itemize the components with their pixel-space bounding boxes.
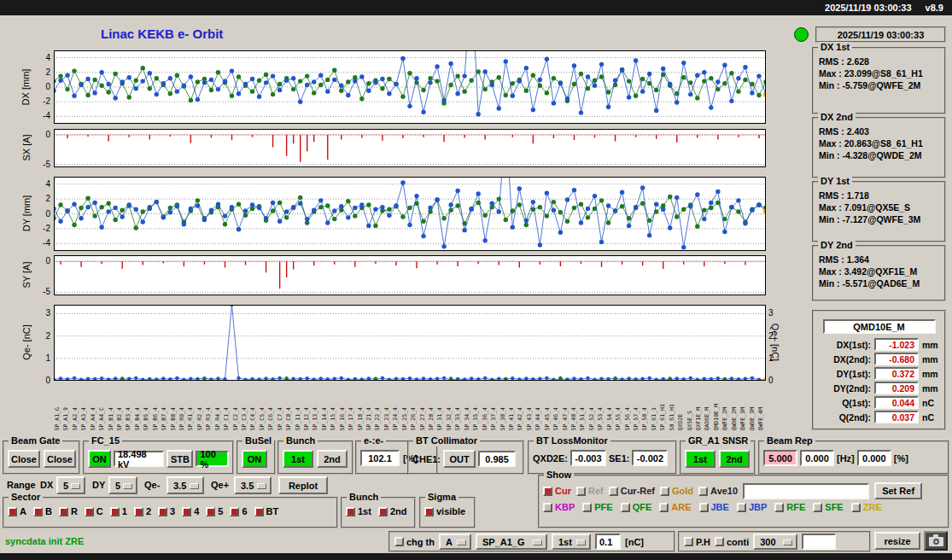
checkbox-4[interactable]: 4	[182, 506, 199, 516]
busel-on-button[interactable]: ON	[242, 450, 267, 468]
checkbox-box[interactable]	[660, 487, 669, 496]
checkbox-ave10[interactable]: Ave10	[698, 486, 738, 496]
resize-button[interactable]: resize	[874, 532, 920, 550]
checkbox-sfe[interactable]: SFE	[813, 502, 843, 512]
checkbox-box[interactable]	[543, 487, 552, 496]
y-tick-label: 2	[34, 331, 50, 341]
dx-orbit-plot[interactable]	[54, 50, 766, 124]
x-axis-label: SP_B7_4	[161, 387, 168, 431]
checkbox-box[interactable]	[698, 487, 708, 496]
checkbox-visible[interactable]: visible	[424, 506, 465, 516]
ref-name-input[interactable]	[743, 483, 869, 499]
checkbox-box[interactable]	[110, 507, 120, 516]
range-qe-plus-select[interactable]: 3.5	[234, 476, 272, 494]
checkbox-box[interactable]	[182, 507, 191, 516]
che1-out-button[interactable]: OUT	[443, 450, 476, 468]
checkbox-box[interactable]	[85, 507, 94, 516]
replot-button[interactable]: Replot	[278, 476, 328, 494]
checkbox-box[interactable]	[206, 507, 215, 516]
checkbox-cur-ref[interactable]: Cur-Ref	[609, 486, 655, 496]
checkbox-ref[interactable]: Ref	[576, 486, 604, 496]
charge-plot[interactable]	[54, 305, 766, 381]
snsr-1st-button[interactable]: 1st	[685, 450, 715, 468]
range-dy-select[interactable]: 5	[108, 476, 137, 494]
checkbox-1st[interactable]: 1st	[346, 506, 371, 516]
checkbox-rfe[interactable]: RFE	[774, 502, 805, 512]
set-ref-button[interactable]: Set Ref	[874, 482, 922, 499]
checkbox-box[interactable]	[621, 503, 630, 512]
checkbox-cur[interactable]: Cur	[543, 486, 571, 496]
checkbox-bt[interactable]: BT	[254, 506, 279, 516]
checkbox-pfe[interactable]: PFE	[582, 502, 612, 512]
checkbox-jbe[interactable]: JBE	[699, 502, 729, 512]
checkbox-box[interactable]	[576, 487, 586, 496]
extra-input[interactable]	[802, 534, 836, 550]
screenshot-camera-button[interactable]	[924, 531, 948, 551]
dy-orbit-plot[interactable]	[54, 177, 766, 251]
checkbox-gold[interactable]: Gold	[660, 486, 693, 496]
checkbox-box[interactable]	[394, 537, 404, 546]
checkbox-box[interactable]	[134, 507, 143, 516]
sx-steering-plot[interactable]	[54, 129, 766, 167]
beam-gate-close-2-button[interactable]: Close	[44, 450, 76, 468]
checkbox-3[interactable]: 3	[158, 506, 175, 516]
checkbox-2nd[interactable]: 2nd	[378, 506, 407, 516]
threshold-input[interactable]	[595, 534, 621, 550]
chg-th-checkbox[interactable]: chg th	[394, 537, 435, 547]
selected-element-name[interactable]: QMD10E_M	[823, 319, 936, 334]
checkbox-box[interactable]	[582, 503, 592, 512]
range-qe-minus-label: Qe-	[144, 480, 160, 490]
checkbox-box[interactable]	[851, 503, 861, 512]
checkbox-box[interactable]	[59, 507, 68, 516]
checkbox-box[interactable]	[230, 507, 239, 516]
checkbox-box[interactable]	[8, 507, 17, 516]
range-qe-minus-select[interactable]: 3.5	[166, 476, 204, 494]
checkbox-are[interactable]: ARE	[659, 502, 691, 512]
checkbox-jbp[interactable]: JBP	[737, 502, 767, 512]
bunch-1st-button[interactable]: 1st	[283, 450, 313, 468]
checkbox-box[interactable]	[158, 507, 167, 516]
checkbox-r[interactable]: R	[59, 506, 78, 516]
range-dx-select[interactable]: 5	[56, 476, 85, 494]
checkbox-box[interactable]	[684, 537, 693, 546]
checkbox-box[interactable]	[715, 537, 724, 546]
checkbox-box[interactable]	[659, 503, 669, 512]
ph-checkbox[interactable]: P.H	[684, 537, 710, 547]
checkbox-1[interactable]: 1	[110, 506, 127, 516]
checkbox-box[interactable]	[346, 507, 355, 516]
snsr-2nd-button[interactable]: 2nd	[719, 450, 750, 468]
checkbox-6[interactable]: 6	[230, 506, 247, 516]
beam-gate-close-1-button[interactable]: Close	[8, 450, 40, 468]
checkbox-c[interactable]: C	[85, 506, 103, 516]
checkbox-box[interactable]	[254, 507, 264, 516]
checkbox-kbp[interactable]: KBP	[543, 502, 575, 512]
checkbox-5[interactable]: 5	[206, 506, 223, 516]
checkbox-b[interactable]: B	[33, 506, 52, 516]
bunch-select[interactable]: 1st	[552, 534, 591, 550]
sigma-group: Sigma visible	[419, 497, 476, 528]
checkbox-box[interactable]	[774, 503, 784, 512]
interval-select[interactable]: 300	[753, 534, 797, 550]
rep-hz-display: 0.000	[800, 450, 834, 466]
checkbox-box[interactable]	[543, 503, 552, 512]
checkbox-box[interactable]	[33, 507, 43, 516]
checkbox-qfe[interactable]: QFE	[621, 502, 652, 512]
checkbox-box[interactable]	[813, 503, 822, 512]
fc15-stb-button[interactable]: STB	[166, 450, 193, 468]
checkbox-box[interactable]	[609, 487, 618, 496]
group-title: GR_A1 SNSR	[686, 435, 751, 446]
mode-select[interactable]: A	[439, 534, 471, 550]
sy-steering-plot[interactable]	[54, 255, 766, 295]
conti-checkbox[interactable]: conti	[715, 537, 749, 547]
fc15-on-button[interactable]: ON	[88, 450, 111, 468]
checkbox-box[interactable]	[378, 507, 388, 516]
checkbox-2[interactable]: 2	[134, 506, 151, 516]
checkbox-box[interactable]	[737, 503, 746, 512]
x-axis-label: SP_B5_4	[143, 387, 150, 431]
checkbox-zre[interactable]: ZRE	[851, 502, 882, 512]
bunch-2nd-button[interactable]: 2nd	[317, 450, 348, 468]
checkbox-box[interactable]	[699, 503, 709, 512]
checkbox-a[interactable]: A	[8, 506, 26, 516]
element-select[interactable]: SP_A1_G	[476, 534, 547, 550]
checkbox-box[interactable]	[424, 507, 434, 516]
